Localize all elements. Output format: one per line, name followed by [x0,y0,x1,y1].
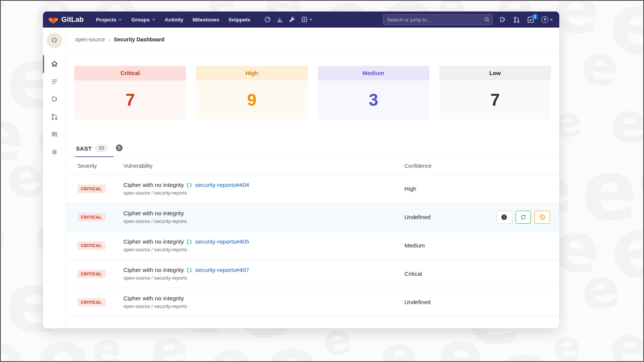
table-row-selected: CRITICAL Cipher with no integrity open-s… [66,203,559,231]
nav-groups[interactable]: Groups [127,15,159,25]
nav-groups-label: Groups [131,17,150,23]
members-icon [51,131,58,138]
summary-card-medium: Medium 3 [318,66,429,120]
vulnerability-title: Cipher with no integrity [123,210,184,217]
vulnerability-report-link[interactable]: security-reports#404 [195,182,249,188]
vulnerability-project: open-source / security-reports [123,247,404,252]
report-tabs: SAST 50 ? [66,139,559,157]
row-actions [496,211,550,224]
severity-badge: CRITICAL [77,270,105,278]
todos-icon[interactable]: 1 [527,16,534,23]
dismiss-vulnerability-button[interactable] [534,211,550,224]
header-confidence: Confidence [404,163,496,169]
table-row: CRITICAL Cipher with no integrity [66,260,559,288]
sidebar-item-overview[interactable] [43,55,66,73]
vulnerability-title: Cipher with no integrity [123,267,184,274]
table-header-row: Severity Vulnerability Confidence [66,157,559,175]
header-vulnerability: Vulnerability [123,163,404,169]
confidence-cell: Medium [404,242,496,249]
nav-projects[interactable]: Projects [92,15,126,25]
vulnerability-title: Cipher with no integrity [123,182,184,188]
issues-icon [51,95,58,103]
sidebar-item-merge-requests[interactable] [43,108,66,126]
vulnerability-report-link[interactable]: security-reports#405 [195,238,249,245]
feedback-issue-icon [187,267,192,273]
severity-badge: CRITICAL [77,298,105,306]
left-sidebar: O [43,28,66,328]
card-label: Medium [318,66,429,80]
severity-cell: CRITICAL [77,298,123,306]
chevron-down-icon [152,18,156,21]
sidebar-item-list[interactable] [43,73,66,90]
summary-card-critical: Critical 7 [74,66,186,120]
vulnerabilities-table: Severity Vulnerability Confidence CRITIC… [66,157,559,328]
breadcrumb-group-link[interactable]: open-source [75,36,105,43]
nav-milestones[interactable]: Milestones [189,15,223,25]
breadcrumb: open-source › Security Dashboard [66,28,559,51]
severity-badge: CRITICAL [77,185,105,193]
nav-icon-group [264,16,313,23]
confidence-cell: High [404,185,496,192]
screenshot-stage: eeeeeeeeeeeeeeeeeeeeeeeeeeeeeeeeeeeeeeee… [0,0,644,362]
card-label: Low [439,66,551,80]
card-count: 7 [439,80,551,120]
main-content: open-source › Security Dashboard Critica… [66,28,559,328]
summary-card-high: High 9 [196,66,307,120]
table-row: CRITICAL Cipher with no integrity [66,231,559,260]
vulnerability-report-link[interactable]: security-reports#407 [195,267,249,274]
vulnerability-cell: Cipher with no integrity open-source / s… [123,295,404,309]
admin-wrench-icon[interactable] [289,16,296,23]
nav-activity-label: Activity [165,17,184,23]
sidebar-item-issues[interactable] [43,90,66,108]
severity-summary-cards: Critical 7 High 9 Medium 3 Low 7 [66,51,559,120]
summary-card-low: Low 7 [439,66,551,120]
breadcrumb-separator: › [108,36,110,43]
gitlab-window: GitLab Projects Groups Activity Mileston… [43,11,559,328]
table-row: CRITICAL Cipher with no integrity open-s… [66,288,559,316]
search-icon [484,17,490,22]
tab-sast-label: SAST [76,145,92,152]
sast-help-icon[interactable]: ? [116,144,123,151]
vulnerability-title: Cipher with no integrity [123,238,184,245]
merge-requests-icon [51,113,58,121]
sidebar-item-settings[interactable] [43,143,66,161]
global-search [383,14,493,25]
vulnerability-cell: Cipher with no integrity security-report… [123,267,404,281]
create-issue-button[interactable] [516,211,531,224]
group-avatar[interactable]: O [47,33,62,48]
header-severity: Severity [77,163,123,169]
nav-links: Projects Groups Activity Milestones Snip… [92,15,254,25]
gitlab-brand[interactable]: GitLab [48,15,84,25]
chevron-down-icon [118,18,122,21]
vulnerability-info-button[interactable] [496,211,512,224]
nav-snippets-label: Snippets [228,17,250,23]
tab-sast[interactable]: SAST 50 [75,145,113,157]
search-input[interactable] [383,14,493,25]
card-count: 7 [74,80,186,120]
card-label: Critical [74,66,186,80]
dashboard-gauge-icon[interactable] [264,16,271,23]
gitlab-logo-icon [48,15,58,25]
vulnerability-cell: Cipher with no integrity security-report… [123,182,404,196]
feedback-issue-icon [187,239,192,245]
nav-snippets[interactable]: Snippets [225,15,254,25]
confidence-cell: Undefined [404,299,496,305]
severity-cell: CRITICAL [77,185,123,193]
todo-count-badge: 1 [532,14,538,20]
vulnerability-project: open-source / security-reports [123,219,404,224]
severity-cell: CRITICAL [77,270,123,278]
chart-icon[interactable] [276,16,283,23]
new-item-plus-icon[interactable] [301,16,313,23]
home-icon [51,60,58,68]
feedback-issue-icon [187,182,192,188]
vulnerability-project: open-source / security-reports [123,304,404,309]
issues-icon[interactable] [499,16,506,23]
severity-cell: CRITICAL [77,213,123,221]
nav-activity[interactable]: Activity [161,15,187,25]
help-icon[interactable]: ? [541,16,553,23]
top-navbar: GitLab Projects Groups Activity Mileston… [43,11,559,28]
page-title: Security Dashboard [114,36,164,43]
sidebar-item-members[interactable] [43,126,66,143]
question-mark-icon: ? [541,16,548,23]
merge-requests-icon[interactable] [513,16,520,23]
